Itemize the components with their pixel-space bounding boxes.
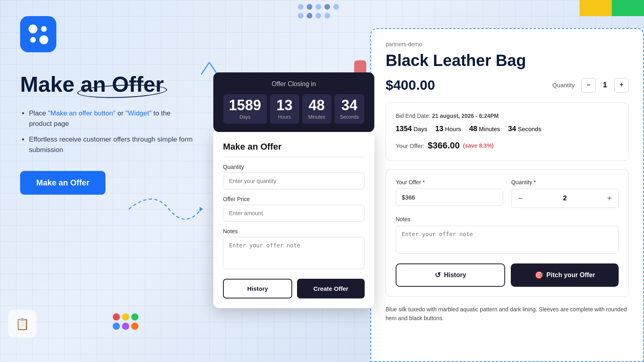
dot (298, 13, 303, 19)
bid-end-value: 21 august, 2026 - 6:24PM (432, 113, 499, 119)
bid-countdown: 1354 Days 13 Hours 48 Minutes 34 Seconds (396, 125, 619, 133)
color-dot-red (113, 313, 120, 321)
countdown-title: Offer Closing in (220, 80, 368, 88)
bid-info-box: Bid End Date: 21 august, 2026 - 6:24PM 1… (386, 103, 629, 161)
feature-list: Place "Make an offer button" or "Widget"… (20, 108, 193, 155)
headline: Make an Offer (20, 72, 193, 96)
qty-display: 1 (599, 81, 611, 89)
quantity-group: Quantity (223, 164, 365, 189)
dot (298, 4, 303, 10)
product-panel: partners-demo Black Leather Bag $400.00 … (370, 28, 644, 362)
price-group: Offer Price (223, 196, 365, 222)
offer-form: Make an Offer Quantity Offer Price Notes… (213, 132, 374, 308)
price-row: $400.00 Quantity − 1 + (386, 77, 629, 93)
logo (20, 16, 56, 52)
your-offer-input[interactable] (396, 189, 503, 206)
pitch-icon: 🎯 (535, 271, 543, 280)
notes-section: Notes (396, 216, 619, 255)
notes-label2: Notes (396, 216, 619, 222)
dot (316, 13, 321, 19)
price-label: Offer Price (223, 196, 365, 202)
make-offer-button[interactable]: Make an Offer (20, 171, 105, 195)
color-dots-deco (113, 313, 138, 330)
bid-end-date: Bid End Date: 21 august, 2026 - 6:24PM (396, 113, 619, 119)
form-actions: History Create Offer (223, 279, 365, 298)
headline-part1: Make (20, 72, 80, 96)
form-title: Make an Offer (223, 142, 365, 157)
top-color-bar (580, 0, 644, 16)
qty2-decrease-button[interactable]: − (512, 189, 529, 208)
countdown-days-label: Days (229, 114, 261, 120)
bullet1-link1[interactable]: "Make an offer button" (48, 109, 116, 117)
notes-group: Notes (223, 228, 365, 271)
countdown-minutes-label: Minutes (308, 114, 326, 120)
quantity-control: Quantity − 1 + (552, 78, 629, 93)
offer-entry-section: Your Offer * Quantity * − 2 + Notes (386, 169, 629, 297)
bottom-left-deco: 📋 (8, 310, 36, 338)
svg-marker-0 (200, 207, 203, 212)
qty-stepper: − 2 + (511, 189, 619, 208)
countdown-days-value: 1589 (229, 98, 261, 113)
right-history-label: History (444, 272, 466, 279)
bullet-item-1: Place "Make an offer button" or "Widget"… (29, 108, 193, 129)
color-dot-orange (131, 323, 138, 330)
logo-dot (29, 25, 37, 33)
bid-minutes: 48 Minutes (469, 125, 500, 133)
your-offer-field-label: Your Offer * (396, 179, 503, 185)
price-input[interactable] (223, 205, 365, 222)
create-offer-button[interactable]: Create Offer (297, 279, 365, 298)
right-history-button[interactable]: ↺ History (396, 263, 505, 287)
bullet1-pre: Place (29, 109, 48, 117)
product-price: $400.00 (386, 77, 435, 93)
dot (333, 4, 339, 10)
countdown-hours-value: 13 (276, 98, 293, 113)
offer-fields-row: Your Offer * Quantity * − 2 + (396, 179, 619, 208)
quantity-input[interactable] (223, 173, 365, 189)
your-offer-row: Your Offer: $366.00 (save 8.3%) (396, 140, 619, 151)
qty2-value: 2 (529, 194, 601, 202)
history-button[interactable]: History (223, 279, 292, 298)
pitch-offer-label: Pitch your Offer (547, 272, 595, 279)
deco-icon-card: 📋 (8, 310, 36, 338)
countdown-box: Offer Closing in 1589 Days 13 Hours 48 M… (213, 72, 374, 132)
dot (324, 4, 330, 10)
bid-seconds: 34 Seconds (508, 125, 541, 133)
green-bar (612, 0, 644, 16)
countdown-seconds-value: 34 (340, 98, 359, 113)
qty-decrease-button[interactable]: − (581, 78, 596, 93)
countdown-minutes: 48 Minutes (302, 94, 331, 124)
product-description: Blue silk tuxedo with marbled aquatic pa… (386, 305, 629, 323)
countdown-seconds: 34 Seconds (334, 94, 365, 124)
countdown-cells: 1589 Days 13 Hours 48 Minutes 34 Seconds (220, 94, 368, 124)
quantity-label: Quantity (223, 164, 365, 170)
color-dot-green (131, 313, 138, 321)
bullet1-link2[interactable]: "Widget" (126, 109, 152, 117)
your-offer-field: Your Offer * (396, 179, 503, 208)
pitch-offer-button[interactable]: 🎯 Pitch your Offer (511, 263, 619, 287)
countdown-seconds-label: Seconds (340, 114, 359, 120)
offer-modal: Offer Closing in 1589 Days 13 Hours 48 M… (213, 72, 374, 308)
notes-textarea[interactable] (223, 237, 365, 269)
bullet1-mid: or (116, 109, 126, 117)
quantity-label: Quantity (552, 82, 575, 88)
dot (307, 4, 312, 10)
product-name: Black Leather Bag (386, 51, 629, 69)
dot (324, 13, 330, 19)
dashed-curve-deco (121, 185, 209, 233)
right-actions: ↺ History 🎯 Pitch your Offer (396, 263, 619, 287)
product-inner: partners-demo Black Leather Bag $400.00 … (371, 29, 643, 361)
qty2-increase-button[interactable]: + (601, 189, 618, 208)
logo-dot (41, 26, 47, 32)
your-offer-price: $366.00 (428, 140, 460, 151)
your-offer-label: Your Offer: (396, 142, 425, 149)
bid-end-label: Bid End Date: (396, 113, 430, 119)
store-label: partners-demo (386, 41, 629, 47)
color-dot-yellow (122, 313, 129, 321)
quantity2-label: Quantity * (511, 179, 619, 185)
decorative-dots (298, 0, 346, 19)
svg-line-1 (201, 62, 209, 74)
logo-dot (39, 35, 48, 44)
notes-textarea2[interactable] (396, 226, 619, 254)
bullet-item-2: Effortless receive customer offers throu… (29, 134, 193, 155)
qty-increase-button[interactable]: + (614, 78, 629, 93)
